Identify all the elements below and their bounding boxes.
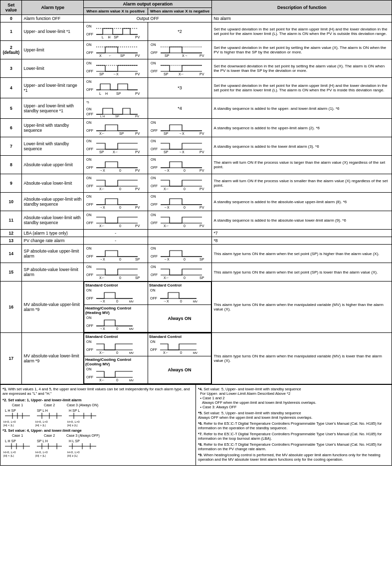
table-row: 15 SP absolute-value lower-limit alarm O… [0,263,392,282]
svg-text:H<0, L>0: H<0, L>0 [67,420,80,423]
svg-text:H>0, L>0: H>0, L>0 [3,451,16,454]
svg-text:OFF: OFF [86,32,93,36]
waveform-8-pos: ON OFF →X 0 PV [85,157,140,173]
svg-text:OFF: OFF [86,221,93,225]
header-description: Description of function [212,0,392,15]
svg-text:PV: PV [135,72,140,76]
svg-text:→X: →X [99,299,105,303]
svg-text:ON: ON [151,265,156,269]
waveform-8-neg: ON OFF →X 0 PV [150,157,204,173]
svg-text:SP L H: SP L H [37,409,48,412]
svg-text:→X: →X [164,206,170,209]
waveform-6-neg: ON OFF SP →X PV [150,120,204,136]
svg-text:X←: X← [164,224,170,228]
table-row: 1 Upper- and lower-limit *1 ON OFF L H S… [0,22,392,41]
svg-text:0: 0 [116,378,118,382]
svg-text:OFF: OFF [86,375,93,379]
waveform-7-pos: ON OFF SP X← PV [85,138,140,154]
svg-text:OFF: OFF [151,147,158,151]
svg-text:0: 0 [119,224,121,228]
svg-text:ON: ON [86,367,92,371]
svg-text:L H SP: L H SP [5,409,16,412]
svg-text:→X: →X [179,132,185,135]
svg-text:|H| ≥ |L|: |H| ≥ |L| [67,454,78,457]
svg-text:ON: ON [86,213,92,217]
svg-text:0: 0 [184,169,186,172]
waveform-17-hc-pos: ON OFF X← 0 MV [85,366,135,382]
footnote-4: *4. Set value: 5, Upper- and lower-limit… [198,387,390,409]
svg-text:PV: PV [199,187,204,191]
svg-text:SP: SP [135,276,140,280]
case1-diagram-3: L H SP H>0, L>0 |H| < |L| [2,437,32,458]
svg-text:OFF: OFF [86,51,93,54]
svg-text:SP: SP [99,72,104,76]
svg-text:ON: ON [86,80,92,83]
svg-text:SP: SP [199,276,204,280]
svg-text:ON: ON [151,121,156,124]
svg-text:SP: SP [120,54,125,57]
footnote-7: *7. Refer to the E5□C-T Digital Temperat… [198,432,390,441]
waveform-11-neg: ON OFF X← 0 PV [150,212,204,228]
footnote-6: *6. Refer to the E5□C-T Digital Temperat… [198,421,390,430]
table-row: 13 PV change rate alarm - *8 [0,237,392,245]
svg-text:PV: PV [135,206,140,209]
svg-text:|H| < |L|: |H| < |L| [3,454,14,457]
svg-text:SP: SP [115,115,119,117]
svg-text:0: 0 [184,258,186,261]
table-row: 9 Absolute-value lower-limit ON OFF X← 0… [0,174,392,193]
header-positive: When alarm value X is positive [83,8,148,15]
waveform-16-std-pos: ON OFF →X 0 MV [85,288,135,303]
svg-text:OFF: OFF [150,348,157,351]
svg-text:OFF: OFF [150,296,157,300]
header-set-value: Set value [0,0,22,15]
svg-text:PV: PV [135,150,140,154]
svg-text:OFF: OFF [151,221,158,225]
svg-text:ON: ON [86,316,92,319]
table-row: 7 Lower-limit with standby sequence ON O… [0,137,392,156]
table-row: 12 LBA (alarm 1 type only) - *7 [0,230,392,237]
svg-text:OFF: OFF [86,88,93,91]
hc-control-label-17-pos: Heating/Cooling Control (Cooling MV) [85,357,147,366]
svg-text:0: 0 [119,187,121,191]
svg-text:L H: L H [100,115,105,117]
svg-text:ON: ON [151,61,156,65]
svg-text:MV: MV [129,300,134,303]
svg-text:ON: ON [86,289,92,292]
svg-text:H<0, L<0: H<0, L<0 [3,420,16,423]
svg-text:OFF: OFF [86,324,93,327]
svg-text:→X: →X [99,169,105,172]
svg-text:*5: *5 [86,101,89,104]
svg-text:PV: PV [199,132,204,135]
footnote-3-title: *3. Set value: 4, Upper- and lower-limit… [2,428,194,433]
waveform-9-neg: ON OFF X← 0 PV [150,175,204,191]
svg-text:PV: PV [199,72,204,76]
waveform-6-pos: ON OFF X← SP PV [85,120,140,136]
table-row: 0 Alarm function OFF Output OFF No alarm [0,15,392,22]
svg-text:|H| ≥ |L|: |H| ≥ |L| [67,424,78,427]
svg-text:H<0, L<0: H<0, L<0 [35,451,48,454]
svg-text:OFF: OFF [86,255,93,258]
footnote-5: *5. Set value: 5, Upper- and lower-limit… [198,411,390,420]
svg-text:ON: ON [150,340,156,343]
svg-text:|H| > |L|: |H| > |L| [35,454,46,457]
svg-text:X←: X← [99,224,105,228]
waveform-15-pos: ON OFF X← 0 SP [85,264,140,280]
svg-text:SP: SP [114,35,119,39]
svg-text:PV: PV [199,54,204,57]
svg-text:|H| < |L|: |H| < |L| [3,424,14,427]
svg-text:→X: →X [163,299,169,303]
svg-text:OFF: OFF [151,203,158,206]
waveform-10-pos: ON OFF →X 0 PV [85,194,140,210]
svg-text:OFF: OFF [86,69,93,73]
svg-text:L H SP: L H SP [5,439,16,443]
svg-text:OFF: OFF [151,273,158,277]
svg-text:ON: ON [86,139,92,143]
svg-text:OFF: OFF [151,69,158,73]
waveform-4-pos: ON OFF L H SP PV [85,79,140,97]
svg-text:ON: ON [86,43,92,46]
svg-text:X←: X← [164,276,170,280]
svg-text:→X: →X [99,206,105,209]
svg-text:OFF: OFF [86,203,93,206]
case3-diagram-3: H L SP H<0, L>0 |H| ≥ |L| [66,437,99,458]
svg-text:PV: PV [135,132,140,135]
